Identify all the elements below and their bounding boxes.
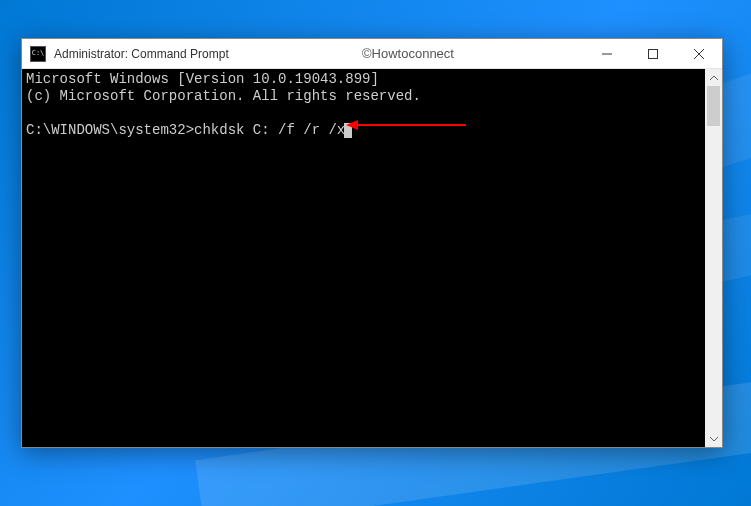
- scroll-thumb[interactable]: [707, 86, 720, 126]
- chevron-up-icon: [710, 75, 718, 81]
- watermark-text: ©Howtoconnect: [362, 46, 454, 61]
- cmd-icon: C:\: [30, 46, 46, 62]
- output-line: (c) Microsoft Corporation. All rights re…: [26, 88, 421, 104]
- vertical-scrollbar[interactable]: [705, 69, 722, 447]
- terminal-output[interactable]: Microsoft Windows [Version 10.0.19043.89…: [22, 69, 705, 447]
- command-prompt-window: C:\ Administrator: Command Prompt ©Howto…: [21, 38, 723, 448]
- svg-rect-1: [649, 50, 658, 59]
- minimize-icon: [602, 49, 612, 59]
- cursor-icon: [344, 123, 352, 138]
- scroll-down-button[interactable]: [705, 430, 722, 447]
- close-icon: [694, 49, 704, 59]
- close-button[interactable]: [676, 39, 722, 69]
- maximize-button[interactable]: [630, 39, 676, 69]
- window-controls: [584, 39, 722, 69]
- output-line: Microsoft Windows [Version 10.0.19043.89…: [26, 71, 379, 87]
- prompt-text: C:\WINDOWS\system32>: [26, 122, 194, 138]
- window-title: Administrator: Command Prompt: [54, 47, 229, 61]
- maximize-icon: [648, 49, 658, 59]
- titlebar[interactable]: C:\ Administrator: Command Prompt ©Howto…: [22, 39, 722, 69]
- scroll-up-button[interactable]: [705, 69, 722, 86]
- minimize-button[interactable]: [584, 39, 630, 69]
- scroll-track[interactable]: [705, 86, 722, 430]
- chevron-down-icon: [710, 436, 718, 442]
- terminal-area: Microsoft Windows [Version 10.0.19043.89…: [22, 69, 722, 447]
- command-text: chkdsk C: /f /r /x: [194, 122, 345, 138]
